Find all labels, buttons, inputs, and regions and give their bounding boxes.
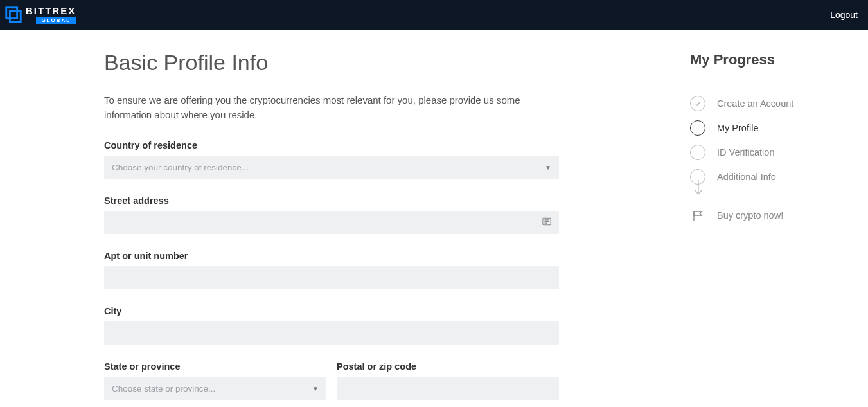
street-label: Street address [104, 195, 559, 206]
address-card-icon [542, 217, 551, 228]
step-label: ID Verification [717, 147, 774, 158]
apt-label: Apt or unit number [104, 251, 559, 261]
apt-input[interactable] [104, 266, 559, 289]
intro-text: To ensure we are offering you the crypto… [104, 93, 559, 122]
brand-main: BITTREX [26, 6, 76, 15]
flag-icon [690, 208, 705, 223]
progress-step-my-profile: My Profile [690, 116, 855, 140]
brand-sub: GLOBAL [36, 17, 76, 24]
arrow-down-icon [695, 180, 702, 197]
logout-link[interactable]: Logout [830, 10, 858, 20]
progress-step-create-account: Create an Account [690, 91, 855, 116]
step-label: Create an Account [717, 98, 793, 109]
step-label: My Profile [717, 123, 758, 133]
progress-step-buy-crypto: Buy crypto now! [690, 203, 855, 228]
brand-logo[interactable]: BITTREX GLOBAL [4, 5, 76, 24]
postal-label: Postal or zip code [337, 361, 559, 372]
step-label: Buy crypto now! [717, 210, 783, 221]
page-title: Basic Profile Info [104, 50, 559, 75]
brand-text: BITTREX GLOBAL [26, 6, 76, 24]
bittrex-logo-icon [4, 5, 23, 24]
state-label: State or province [104, 361, 326, 372]
street-input[interactable] [104, 211, 559, 234]
country-label: Country of residence [104, 140, 559, 150]
main-content: Basic Profile Info To ensure we are offe… [0, 30, 668, 407]
chevron-down-icon: ▼ [545, 164, 551, 171]
header: BITTREX GLOBAL Logout [0, 0, 868, 30]
sidebar-title: My Progress [690, 51, 855, 68]
country-placeholder: Choose your country of residence... [112, 163, 249, 172]
step-label: Additional Info [717, 172, 776, 182]
country-select[interactable]: Choose your country of residence... ▼ [104, 156, 559, 179]
progress-sidebar: My Progress Create an Account My Profile… [668, 30, 868, 407]
svg-rect-1 [10, 11, 21, 22]
postal-input[interactable] [337, 377, 559, 400]
state-select[interactable]: Choose state or province... ▼ [104, 377, 326, 400]
progress-step-additional-info: Additional Info [690, 165, 855, 189]
state-placeholder: Choose state or province... [112, 384, 215, 393]
svg-rect-0 [6, 8, 17, 19]
progress-step-id-verification: ID Verification [690, 140, 855, 165]
city-input[interactable] [104, 321, 559, 345]
chevron-down-icon: ▼ [312, 385, 319, 392]
city-label: City [104, 306, 559, 316]
